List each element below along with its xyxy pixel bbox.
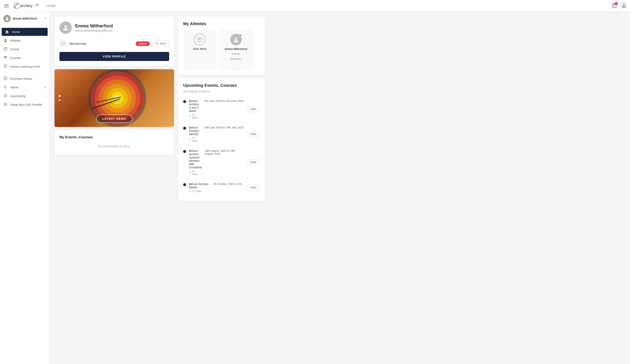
sidebar-item-admin[interactable]: Admin ▾ [0,83,49,92]
left-column: Emma Witherford emma.witherford@sport80.… [54,16,174,359]
hero-carousel-dots [58,95,61,101]
svg-point-7 [5,39,6,40]
event-item-1: Belvoir Archers WA720 9.2 Miles 15th Jul… [183,123,260,146]
svg-point-29 [62,44,62,44]
event-date-2: 19th August, 2023 to 19th August, 2023 [205,149,244,155]
archery-logo: archery GB [13,2,42,9]
event-date-0: 3rd June, 2023 to 3rd June, 2023 [204,99,244,102]
profile-avatar-icon [60,21,72,34]
sidebar-username: Emma Witherford [13,17,43,20]
hamburger-menu-button[interactable] [3,3,10,8]
view-profile-button[interactable]: VIEW PROFILE [60,52,169,61]
profile-membership-row: Membership Unpaid ✏️ EDIT [60,38,169,49]
sidebar-item-home[interactable]: 🏠 Home [2,28,48,36]
athletes-card: My Athletes ADD NEW [178,16,265,75]
event-dot-1 [183,127,186,130]
athletes-grid: ADD NEW Emma [183,29,260,70]
sidebar-divider [0,72,49,73]
event-item-3: Belvoir Archers Winter 9.2 Miles 7th Oct… [183,179,260,196]
event-details-1: Belvoir Archers WA720 9.2 Miles [189,126,201,142]
athlete-memb-label: Memb No. [230,57,242,60]
edit-pencil-icon: ✏️ [155,42,159,45]
event-item-2: Belvoir Archers Summer Windsor with Cros… [183,146,260,179]
athlete-avatar-wrap [230,34,242,45]
cart-badge: 1 [615,2,618,5]
event-location-text-0: 9.2 Miles [192,113,201,119]
sanctioning-chevron-icon: ▾ [45,95,46,97]
sidebar-item-sanctioning[interactable]: ? Sanctioning ▾ [0,92,49,100]
admin-chevron-icon: ▾ [45,86,46,89]
athlete-name: Emma Witherford [225,47,247,50]
unpaid-badge: Unpaid [136,41,150,46]
hero-dot-2[interactable] [58,99,61,101]
sidebar-user-chevron-icon: ▾ [45,17,46,20]
svg-rect-27 [61,42,65,45]
courses-icon [3,56,8,60]
athletes-section-title: My Athletes [183,21,260,26]
sidebar-home-label: Home [12,30,20,33]
svg-text:GB: GB [35,4,39,6]
sidebar-sanctioning-label: Sanctioning [10,94,25,98]
svg-point-5 [623,4,625,6]
home-icon: 🏠 [5,30,9,34]
sidebar-setup-non-club-label: Setup Non-Club Provider [10,103,42,106]
profile-email: emma.witherford@sport80.com [75,29,113,32]
edit-label: EDIT [160,42,166,45]
svg-point-20 [5,86,6,88]
event-item-0: Belvoir Archers 2 and 3 shoot 9.2 Miles … [183,96,260,123]
svg-text:archery: archery [20,4,33,8]
events-empty-message: No event entries to show. [60,143,169,150]
right-column: My Athletes ADD NEW [178,16,265,359]
sidebar-courses-label: Courses [10,56,21,59]
profile-name: Emma Witherford [75,23,113,29]
membership-card-icon [60,41,67,46]
event-location-text-1: 9.2 Miles [192,137,201,142]
sidebar-item-access-learning-curve[interactable]: Access Learning Curve [0,62,49,71]
sidebar-purchase-history-label: Purchase History [10,77,32,80]
event-dot-2 [183,150,186,153]
event-details-0: Belvoir Archers 2 and 3 shoot 9.2 Miles [189,99,201,119]
sidebar-item-purchase-history[interactable]: Purchase History [0,74,49,83]
sidebar-item-courses[interactable]: Courses [0,54,49,62]
upcoming-title: Upcoming Events, Courses [183,83,260,88]
purchase-history-icon [3,76,8,81]
event-view-button-2[interactable]: VIEW [246,160,260,165]
svg-point-48 [190,191,190,191]
upcoming-events-card: Upcoming Events, Courses UPCOMING EVENTS… [178,78,265,201]
svg-point-46 [190,139,190,140]
sidebar-user[interactable]: Emma Witherford ▾ [0,11,49,26]
sidebar-item-setup-non-club[interactable]: Setup Non-Club Provider [0,100,49,109]
athletes-icon [3,38,8,43]
sidebar: Emma Witherford ▾ 🏠 Home Athletes Events [0,11,50,364]
profile-info: Emma Witherford emma.witherford@sport80.… [75,23,113,32]
hero-dot-1[interactable] [58,95,61,97]
membership-label: Membership [69,42,133,45]
sidebar-item-athletes[interactable]: Athletes [0,36,49,45]
my-events-title: My Events, Courses [60,135,169,139]
location-icon-1 [189,138,191,141]
svg-text:?: ? [5,95,6,97]
learning-curve-icon [3,64,8,69]
event-view-button-1[interactable]: VIEW [246,131,260,137]
event-view-button-0[interactable]: VIEW [246,106,260,112]
event-view-button-3[interactable]: VIEW [246,185,260,190]
cart-button[interactable]: 1 [612,3,617,9]
svg-point-26 [64,25,67,28]
my-events-card: My Events, Courses No event entries to s… [54,130,174,155]
latest-news-button[interactable]: LATEST NEWS [96,115,132,123]
event-location-text-3: 9.2 Miles [192,190,202,193]
sidebar-athletes-label: Athletes [10,39,21,42]
sidebar-item-events[interactable]: Events [0,45,49,54]
athlete-memb-value: - [236,62,236,65]
event-location-2: 9.2 Miles [189,170,202,176]
account-icon [621,3,627,8]
add-new-athlete-tile[interactable]: ADD NEW [183,29,216,70]
account-button[interactable] [621,3,627,9]
edit-button[interactable]: ✏️ EDIT [152,41,169,46]
event-details-2: Belvoir Archers Summer Windsor with Cros… [189,149,202,176]
athlete-tile-emma[interactable]: Emma Witherford Female Memb No. - [220,29,252,70]
svg-point-6 [6,17,8,19]
sidebar-events-label: Events [10,48,19,51]
athlete-gender: Female [232,52,240,55]
admin-icon [3,85,8,90]
